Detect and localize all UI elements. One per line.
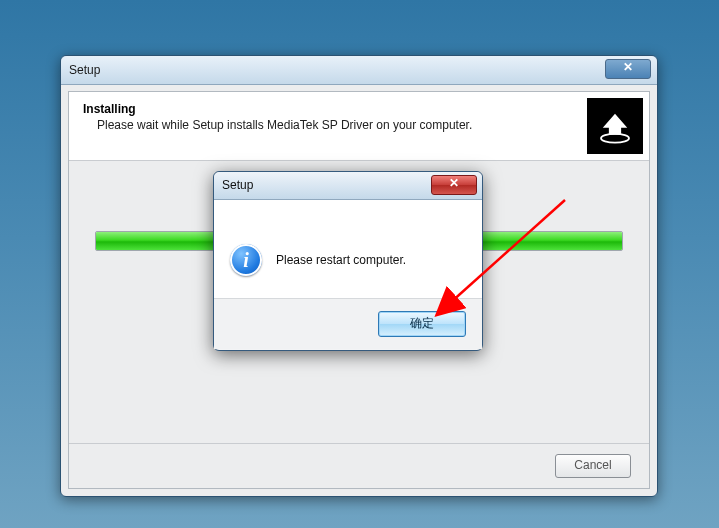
header-subtitle: Please wait while Setup installs MediaTe… bbox=[97, 118, 635, 132]
close-icon: ✕ bbox=[623, 60, 633, 74]
dialog-body: i Please restart computer. bbox=[214, 200, 482, 298]
dialog-close-button[interactable]: ✕ bbox=[431, 175, 477, 195]
info-icon: i bbox=[230, 244, 262, 276]
cancel-button[interactable]: Cancel bbox=[555, 454, 631, 478]
installer-titlebar: Setup ✕ bbox=[61, 56, 657, 85]
dialog-titlebar: Setup ✕ bbox=[214, 172, 482, 200]
installer-footer: Cancel bbox=[69, 443, 649, 488]
svg-point-0 bbox=[601, 134, 629, 143]
dialog-footer: 确定 bbox=[214, 298, 482, 349]
installer-close-button[interactable]: ✕ bbox=[605, 59, 651, 79]
installer-header: Installing Please wait while Setup insta… bbox=[69, 92, 649, 161]
dialog-message: Please restart computer. bbox=[276, 253, 406, 267]
installer-title: Setup bbox=[69, 63, 100, 77]
brand-icon bbox=[587, 98, 643, 154]
dialog-title: Setup bbox=[222, 178, 253, 192]
close-icon: ✕ bbox=[449, 176, 459, 190]
restart-dialog: Setup ✕ i Please restart computer. 确定 bbox=[213, 171, 483, 351]
header-title: Installing bbox=[83, 102, 635, 116]
ok-button[interactable]: 确定 bbox=[378, 311, 466, 337]
